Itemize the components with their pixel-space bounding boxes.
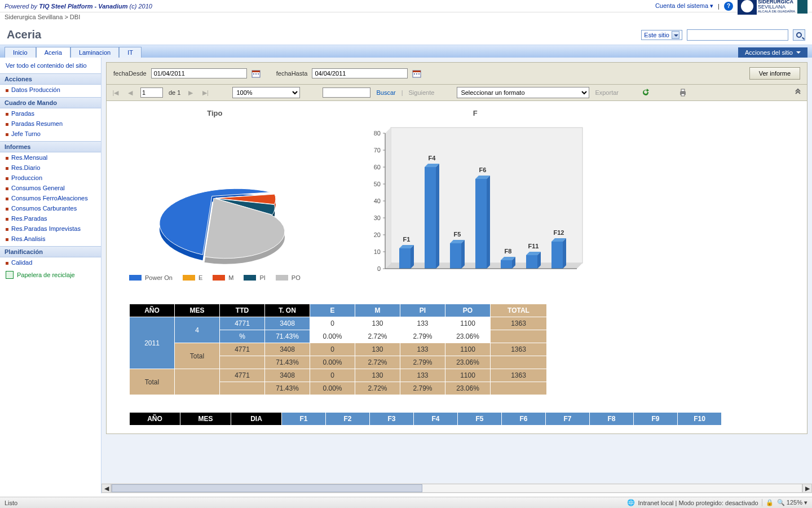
export-link: Exportar [595, 89, 619, 96]
svg-text:F4: F4 [428, 155, 436, 161]
next-match-link: Siguiente [409, 89, 435, 96]
svg-text:0: 0 [377, 265, 381, 272]
parameter-panel: fechaDesde fechaHasta Ver informe [106, 62, 807, 85]
svg-rect-9 [418, 73, 420, 75]
calendar-icon[interactable] [251, 69, 261, 78]
page-title: Aceria [7, 28, 41, 41]
svg-marker-39 [436, 164, 439, 269]
pie-chart-tipo: Tipo Power OnEMPIPO [129, 109, 301, 287]
sidebar-item[interactable]: Res.Diario [0, 163, 101, 173]
svg-rect-2 [253, 73, 254, 75]
svg-rect-7 [414, 73, 415, 75]
param-to-label: fechaHasta [276, 70, 308, 77]
top-bar: Powered by TIQ Steel Platform - Vanadium… [0, 0, 812, 12]
help-icon[interactable]: ? [724, 2, 733, 11]
svg-rect-4 [258, 73, 259, 75]
scroll-left-icon[interactable]: ◀ [102, 484, 111, 493]
sidebar: Ver todo el contenido del sitio Acciones… [0, 58, 102, 493]
zoom-select[interactable]: 100% [232, 87, 300, 98]
system-account-dropdown[interactable]: Cuenta del sistema ▾ [655, 2, 713, 10]
search-button[interactable] [793, 29, 805, 41]
legend-item: Power On [129, 274, 173, 281]
status-zone: Intranet local | Modo protegido: desacti… [638, 500, 758, 506]
legend-item: M [213, 274, 233, 281]
svg-marker-59 [563, 238, 566, 269]
sidebar-item[interactable]: Consumos General [0, 183, 101, 193]
tab-it[interactable]: IT [119, 47, 142, 58]
status-ready: Listo [5, 500, 17, 506]
svg-text:80: 80 [374, 130, 381, 137]
calendar-icon[interactable] [412, 69, 421, 78]
svg-rect-52 [501, 260, 512, 269]
sidebar-section-header: Cuadro de Mando [0, 97, 101, 108]
bar-chart-f: F 01020304050607080F1F4F5F6F8F11F12 [357, 109, 594, 287]
tab-laminacion[interactable]: Laminacion [70, 47, 119, 58]
page-number-input[interactable] [140, 87, 163, 98]
svg-rect-12 [681, 94, 685, 96]
last-page-icon: ▶| [201, 88, 210, 97]
search-link[interactable]: Buscar [376, 89, 395, 96]
export-format-select[interactable]: Seleccionar un formato [457, 87, 589, 98]
refresh-icon[interactable] [641, 88, 650, 97]
summary-table: AÑOMESTTDT. ONEMPIPOTOTAL201144771340801… [129, 304, 547, 395]
svg-text:10: 10 [374, 248, 381, 255]
prev-page-icon: ◀ [126, 88, 135, 97]
svg-text:30: 30 [374, 214, 381, 221]
sidebar-item[interactable]: Jefe Turno [0, 129, 101, 139]
zoom-level[interactable]: 🔍 125% ▾ [777, 499, 807, 506]
sidebar-item[interactable]: Paradas [0, 108, 101, 119]
svg-text:F1: F1 [403, 236, 410, 243]
report-body: Tipo Power OnEMPIPO F 01020304050607080F… [106, 101, 807, 434]
svg-text:20: 20 [374, 231, 381, 238]
svg-marker-47 [487, 176, 490, 269]
svg-marker-15 [385, 128, 391, 269]
view-report-button[interactable]: Ver informe [749, 67, 800, 80]
search-input[interactable] [687, 29, 788, 41]
collapse-icon[interactable] [793, 88, 802, 97]
report-search-input[interactable] [323, 87, 370, 98]
date-from-input[interactable] [151, 68, 247, 78]
recycle-icon [6, 271, 14, 279]
param-from-label: fechaDesde [113, 70, 147, 77]
sidebar-item[interactable]: Res.Paradas [0, 213, 101, 224]
report-area: fechaDesde fechaHasta Ver informe |◀ ◀ d… [102, 58, 812, 493]
scroll-right-icon[interactable]: ▶ [802, 484, 812, 493]
svg-text:F8: F8 [504, 248, 511, 255]
svg-rect-40 [425, 167, 436, 269]
sidebar-item[interactable]: Produccion [0, 173, 101, 183]
sidebar-item[interactable]: Calidad [0, 257, 101, 268]
horizontal-scrollbar[interactable]: ◀ ▶ [102, 483, 812, 493]
page-header: Aceria Este sitio [0, 24, 812, 45]
search-icon [796, 32, 802, 38]
sidebar-item[interactable]: Consumos FerroAleaciones [0, 193, 101, 203]
svg-marker-43 [461, 240, 465, 269]
status-bar: Listo 🌐 Intranet local | Modo protegido:… [0, 497, 812, 508]
sidebar-item[interactable]: Res.Mensual [0, 152, 101, 163]
svg-rect-8 [416, 73, 417, 75]
print-icon[interactable] [678, 88, 687, 97]
sidebar-item[interactable]: Paradas Resumen [0, 119, 101, 129]
date-to-input[interactable] [312, 68, 408, 78]
tab-bar: InicioAceriaLaminacionIT Acciones del si… [0, 45, 812, 58]
svg-text:F6: F6 [479, 167, 486, 173]
recycle-bin-link[interactable]: Papelera de reciclaje [0, 268, 101, 282]
next-page-icon: ▶ [186, 88, 195, 97]
internet-zone-icon: 🌐 [627, 499, 635, 506]
company-logo: SIDERÚRGICA SEVILLANA ALCALÁ DE GUADAÍRA [738, 0, 807, 15]
svg-marker-35 [411, 245, 414, 269]
site-actions-menu[interactable]: Acciones del sitio [738, 47, 807, 58]
sidebar-item[interactable]: Res.Analisis [0, 234, 101, 244]
svg-text:F12: F12 [553, 229, 564, 236]
tab-inicio[interactable]: Inicio [5, 47, 36, 58]
svg-rect-1 [252, 71, 260, 72]
powered-by: Powered by TIQ Steel Platform - Vanadium… [5, 3, 152, 10]
report-toolbar: |◀ ◀ de 1 ▶ ▶| 100% Buscar | Siguiente S… [106, 85, 807, 101]
sidebar-section-header: Informes [0, 141, 101, 152]
sidebar-view-all[interactable]: Ver todo el contenido del sitio [0, 60, 101, 71]
tab-aceria[interactable]: Aceria [36, 47, 70, 58]
sidebar-item[interactable]: Res.Paradas Imprevistas [0, 224, 101, 234]
search-scope-select[interactable]: Este sitio [641, 30, 682, 40]
sidebar-item[interactable]: Datos Producción [0, 85, 101, 95]
page-of-label: de 1 [169, 89, 180, 96]
sidebar-item[interactable]: Consumos Carburantes [0, 203, 101, 213]
